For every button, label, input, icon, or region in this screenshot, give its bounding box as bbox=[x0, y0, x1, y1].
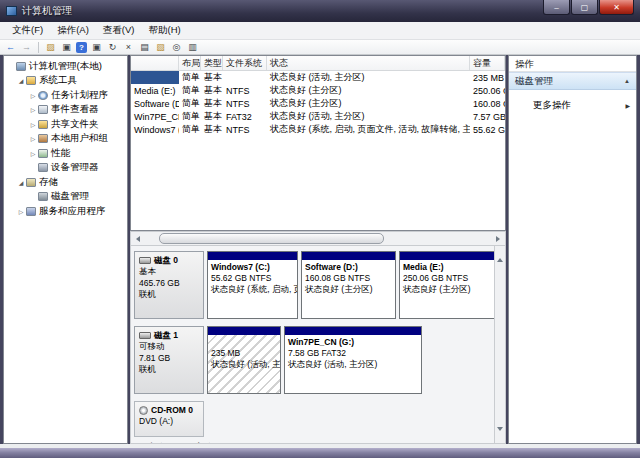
center-pane: 布局 类型 文件系统 状态 容量 简单 基本 状态良好 (活动, 主分区) 23… bbox=[130, 55, 506, 444]
column-capacity[interactable]: 容量 bbox=[470, 56, 505, 70]
disk-management-section[interactable]: 磁盘管理 ▲ bbox=[509, 72, 636, 90]
scroll-down-icon[interactable] bbox=[497, 431, 503, 441]
volume-row-win7pe-g[interactable]: Win7PE_CN (G:) 简单 基本 FAT32 状态良好 (活动, 主分区… bbox=[131, 110, 505, 123]
disk-1-row: 磁盘 1 可移动 7.81 GB 联机 235 MB 状态良好 (活动, 主: bbox=[134, 326, 493, 394]
horizontal-scrollbar[interactable] bbox=[130, 231, 506, 246]
console-window2-icon[interactable]: ▣ bbox=[90, 41, 103, 53]
partition-status: 状态良好 (系统, 启动, 页 bbox=[211, 284, 294, 295]
computer-icon bbox=[16, 62, 26, 71]
scroll-right-icon[interactable] bbox=[491, 232, 505, 245]
expander-icon[interactable]: ▷ bbox=[28, 135, 38, 142]
close-button[interactable]: ✕ bbox=[599, 0, 634, 15]
task-scheduler-icon bbox=[38, 91, 48, 100]
partition-software-d[interactable]: Software (D:) 160.08 GB NTFS 状态良好 (主分区) bbox=[301, 251, 396, 319]
disk-type: 可移动 bbox=[139, 341, 199, 352]
menu-action[interactable]: 操作(A) bbox=[50, 22, 96, 39]
tree-item-system-tools[interactable]: ◢ 系统工具 bbox=[4, 74, 127, 89]
volume-row-media-e[interactable]: Media (E:) 简单 基本 NTFS 状态良好 (主分区) 250.06 … bbox=[131, 84, 505, 97]
cell-layout: 简单 bbox=[179, 123, 201, 136]
expander-icon[interactable]: ▷ bbox=[16, 208, 26, 215]
partition-legend: 未分配 主分区 bbox=[134, 439, 493, 444]
scroll-left-icon[interactable] bbox=[131, 232, 145, 245]
tree-item-label: 设备管理器 bbox=[51, 161, 99, 174]
minimize-button[interactable]: – bbox=[543, 0, 570, 15]
partition-name: Software (D:) bbox=[305, 262, 392, 273]
computer-management-window: 计算机管理 – ▢ ✕ 文件(F) 操作(A) 查看(V) 帮助(H) ← → … bbox=[0, 0, 640, 458]
cell-volume: Media (E:) bbox=[131, 84, 179, 97]
properties-icon[interactable]: ▤ bbox=[138, 41, 151, 53]
search-icon[interactable]: ◎ bbox=[170, 41, 183, 53]
disk-0-info[interactable]: 磁盘 0 基本 465.76 GB 联机 bbox=[134, 251, 204, 319]
disk-size: 465.76 GB bbox=[139, 278, 199, 289]
legend-label: 未分配 bbox=[147, 441, 174, 444]
column-layout[interactable]: 布局 bbox=[179, 56, 201, 70]
expander-icon[interactable]: ▷ bbox=[28, 150, 38, 157]
help-icon[interactable]: ? bbox=[76, 42, 87, 53]
tree-item-disk-management[interactable]: 磁盘管理 bbox=[4, 190, 127, 205]
tree-item-device-manager[interactable]: 设备管理器 bbox=[4, 161, 127, 176]
column-type[interactable]: 类型 bbox=[201, 56, 223, 70]
cell-capacity: 160.08 G bbox=[470, 97, 505, 110]
tree-item-event-viewer[interactable]: ▷ 事件查看器 bbox=[4, 103, 127, 118]
back-icon[interactable]: ← bbox=[4, 41, 17, 53]
menu-file[interactable]: 文件(F) bbox=[5, 22, 50, 39]
partition-name: Media (E:) bbox=[403, 262, 498, 273]
tree-item-label: 共享文件夹 bbox=[51, 118, 99, 131]
vertical-scrollbar[interactable] bbox=[494, 246, 505, 443]
cell-type: 基本 bbox=[201, 84, 223, 97]
cell-type: 基本 bbox=[201, 97, 223, 110]
show-console-tree-icon[interactable]: ▨ bbox=[44, 41, 57, 53]
expander-icon[interactable]: ▷ bbox=[28, 121, 38, 128]
partition-status: 状态良好 (主分区) bbox=[403, 284, 498, 295]
partition-235mb-selected[interactable]: 235 MB 状态良好 (活动, 主: bbox=[207, 326, 281, 394]
maximize-button[interactable]: ▢ bbox=[571, 0, 598, 15]
forward-icon[interactable]: → bbox=[20, 41, 33, 53]
event-viewer-icon bbox=[38, 105, 48, 114]
disk-type: 基本 bbox=[139, 266, 199, 277]
tree-item-performance[interactable]: ▷ 性能 bbox=[4, 146, 127, 161]
expander-icon[interactable]: ◢ bbox=[16, 179, 26, 186]
scroll-up-icon[interactable] bbox=[497, 248, 503, 258]
volume-cell-selected[interactable] bbox=[131, 71, 179, 84]
collapse-icon[interactable]: ▲ bbox=[624, 78, 630, 84]
expander-icon[interactable]: ▷ bbox=[28, 106, 38, 113]
volume-row-windows7-c[interactable]: Windows7 (C:) 简单 基本 NTFS 状态良好 (系统, 启动, 页… bbox=[131, 123, 505, 136]
submenu-arrow-icon: ▶ bbox=[625, 102, 630, 109]
tree-item-shared-folders[interactable]: ▷ 共享文件夹 bbox=[4, 117, 127, 132]
tree-item-task-scheduler[interactable]: ▷ 任务计划程序 bbox=[4, 88, 127, 103]
delete-icon[interactable]: × bbox=[122, 41, 135, 53]
scrollbar-thumb[interactable] bbox=[159, 233, 384, 244]
tree-item-local-users-groups[interactable]: ▷ 本地用户和组 bbox=[4, 132, 127, 147]
cell-layout: 简单 bbox=[179, 110, 201, 123]
cell-volume: Win7PE_CN (G:) bbox=[131, 110, 179, 123]
expander-icon[interactable]: ◢ bbox=[16, 77, 26, 84]
unallocated-swatch bbox=[136, 444, 144, 445]
help-topics-icon[interactable]: ▥ bbox=[186, 41, 199, 53]
open-folder-icon[interactable]: ▧ bbox=[154, 41, 167, 53]
tree-item-services-applications[interactable]: ▷ 服务和应用程序 bbox=[4, 204, 127, 219]
partition-media-e[interactable]: Media (E:) 250.06 GB NTFS 状态良好 (主分区) bbox=[399, 251, 502, 319]
partition-windows7-c[interactable]: Windows7 (C:) 55.62 GB NTFS 状态良好 (系统, 启动… bbox=[207, 251, 298, 319]
refresh-icon[interactable]: ↻ bbox=[106, 41, 119, 53]
volume-row-235mb[interactable]: 简单 基本 状态良好 (活动, 主分区) 235 MB bbox=[131, 71, 505, 84]
tree-item-computer-management[interactable]: 计算机管理(本地) bbox=[4, 59, 127, 74]
expander-icon[interactable]: ▷ bbox=[28, 92, 38, 99]
column-status[interactable]: 状态 bbox=[267, 56, 470, 70]
menu-view[interactable]: 查看(V) bbox=[96, 22, 142, 39]
partition-status: 状态良好 (活动, 主: bbox=[211, 359, 277, 370]
disk-name: 磁盘 1 bbox=[154, 330, 178, 341]
console-window-icon[interactable]: ▣ bbox=[60, 41, 73, 53]
toolbar-separator bbox=[38, 42, 39, 53]
cdrom-icon bbox=[139, 406, 148, 415]
column-volume[interactable] bbox=[131, 56, 179, 70]
volume-row-software-d[interactable]: Software (D:) 简单 基本 NTFS 状态良好 (主分区) 160.… bbox=[131, 97, 505, 110]
more-actions-item[interactable]: 更多操作 ▶ bbox=[509, 99, 636, 112]
cdrom-0-info[interactable]: CD-ROM 0 DVD (A:) bbox=[134, 401, 204, 437]
system-tools-icon bbox=[26, 76, 36, 85]
partition-status: 状态良好 (活动, 主分区) bbox=[288, 359, 418, 370]
menu-help[interactable]: 帮助(H) bbox=[141, 22, 187, 39]
disk-1-info[interactable]: 磁盘 1 可移动 7.81 GB 联机 bbox=[134, 326, 204, 394]
tree-item-storage[interactable]: ◢ 存储 bbox=[4, 175, 127, 190]
partition-win7pe-g[interactable]: Win7PE_CN (G:) 7.58 GB FAT32 状态良好 (活动, 主… bbox=[284, 326, 422, 394]
column-filesystem[interactable]: 文件系统 bbox=[223, 56, 267, 70]
